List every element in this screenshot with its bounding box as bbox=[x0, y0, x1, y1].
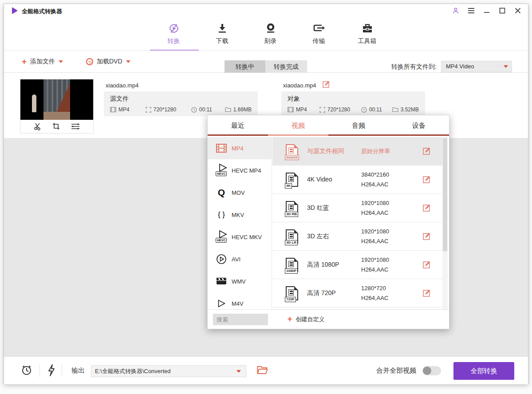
person-figure bbox=[32, 95, 36, 112]
tab-burn-label: 刻录 bbox=[246, 37, 295, 45]
popup-tab-recent[interactable]: 最近 bbox=[208, 115, 268, 134]
edit-icon[interactable] bbox=[423, 147, 431, 155]
merge-videos-label: 合并全部视频 bbox=[376, 366, 416, 375]
resize-icon bbox=[319, 107, 325, 113]
effects-icon[interactable] bbox=[71, 123, 80, 130]
main-nav: 转换 下载 刻录 bbox=[4, 19, 528, 51]
close-icon[interactable] bbox=[514, 7, 522, 15]
format-item-hevc-mkv[interactable]: HEVC HEVC MKV bbox=[208, 226, 272, 248]
source-title: 源文件 bbox=[110, 95, 252, 103]
popup-tab-bar: 最近 视频 音频 设备 bbox=[208, 115, 449, 136]
tab-download[interactable]: 下载 bbox=[198, 22, 246, 45]
edit-icon[interactable] bbox=[423, 289, 431, 297]
popup-scrollbar[interactable] bbox=[442, 137, 448, 310]
format-item-avi[interactable]: AVI bbox=[208, 248, 272, 270]
source-duration: 00:11 bbox=[191, 106, 225, 113]
convert-all-button[interactable]: 全部转换 bbox=[453, 362, 514, 380]
finished-tab[interactable]: 转换完成 bbox=[265, 60, 307, 73]
title-bar: 全能格式转换器 bbox=[4, 4, 528, 19]
minimize-icon[interactable] bbox=[483, 7, 491, 15]
edit-icon[interactable] bbox=[423, 232, 431, 240]
add-files-button[interactable]: + 添加文件 bbox=[22, 51, 63, 73]
convert-all-to-label: 转换所有文件到: bbox=[391, 63, 437, 71]
target-resolution: 720*1280 bbox=[319, 106, 361, 113]
edit-icon[interactable] bbox=[423, 175, 431, 183]
output-format-select[interactable]: MP4 Video bbox=[441, 61, 512, 72]
open-folder-icon[interactable] bbox=[257, 366, 268, 374]
format-item-mp4[interactable]: MP4 bbox=[208, 137, 272, 159]
app-title: 全能格式转换器 bbox=[22, 8, 62, 16]
target-file-name: xiaodao.mp4 bbox=[283, 82, 316, 89]
preset-list: source 与源文件相同 原始分辨率 4K 4K Video 3840*216… bbox=[272, 137, 442, 310]
chevron-down-icon[interactable] bbox=[236, 370, 241, 373]
video-thumbnail bbox=[20, 79, 94, 134]
target-format: MP4 bbox=[288, 106, 319, 113]
divider bbox=[62, 364, 62, 377]
resize-icon bbox=[146, 107, 151, 113]
toolbox-icon bbox=[343, 22, 391, 35]
play-circle-icon bbox=[215, 254, 228, 264]
create-custom-button[interactable]: + 创建自定义 bbox=[288, 315, 325, 324]
edit-icon[interactable] bbox=[423, 204, 431, 212]
account-icon[interactable] bbox=[452, 7, 460, 15]
format-item-mkv[interactable]: { } MKV bbox=[208, 204, 272, 226]
clock-icon bbox=[361, 107, 367, 113]
hevc-play-icon: HEVC bbox=[215, 165, 228, 176]
film-icon bbox=[110, 107, 116, 112]
hispeed-icon[interactable] bbox=[47, 364, 55, 376]
tab-toolbox-label: 工具箱 bbox=[343, 37, 391, 45]
tab-download-label: 下载 bbox=[198, 37, 246, 45]
popup-footer: + 创建自定义 bbox=[208, 309, 449, 329]
toolbar: + 添加文件 加载DVD 转换中 转换完成 转换所有文件到: MP4 Video bbox=[4, 51, 528, 73]
clapperboard-icon bbox=[215, 278, 228, 285]
tab-transfer-label: 传输 bbox=[295, 37, 343, 45]
edit-icon[interactable] bbox=[423, 260, 431, 268]
tab-burn[interactable]: 刻录 bbox=[246, 22, 295, 45]
search-input[interactable] bbox=[213, 314, 268, 325]
format-item-wmv[interactable]: WMV bbox=[208, 270, 272, 292]
preset-row-3d-rb[interactable]: 3D RB 3D 红蓝 1920*1080 H264,AAC bbox=[272, 194, 442, 222]
format-item-hevc-mp4[interactable]: HEVC HEVC MP4 bbox=[208, 159, 272, 181]
tab-convert[interactable]: 转换 bbox=[150, 22, 198, 45]
app-window: 全能格式转换器 bbox=[4, 4, 528, 384]
filmstrip-icon bbox=[215, 144, 228, 153]
preset-row-720p[interactable]: 720P 高清 720P 1280*720 H264,AAC bbox=[272, 279, 442, 307]
menu-icon[interactable] bbox=[467, 7, 475, 15]
load-dvd-button[interactable]: 加载DVD bbox=[86, 51, 130, 73]
output-path-input[interactable] bbox=[91, 365, 246, 377]
download-icon bbox=[198, 22, 246, 35]
target-title: 对象 bbox=[288, 95, 419, 103]
rename-edit-icon[interactable] bbox=[323, 80, 330, 88]
bottom-bar: 输出 合并全部视频 全部转换 bbox=[4, 356, 528, 384]
popup-tab-audio[interactable]: 音频 bbox=[328, 115, 389, 134]
preset-row-1080p[interactable]: 1080P 高清 1080P 1920*1080 H264,AAC bbox=[272, 251, 442, 279]
converting-tab[interactable]: 转换中 bbox=[225, 60, 265, 73]
format-item-mov[interactable]: Q MOV bbox=[208, 181, 272, 204]
divider bbox=[39, 364, 40, 377]
format-item-m4v[interactable]: M4V bbox=[208, 292, 272, 310]
target-size: 3.52MB bbox=[392, 106, 419, 113]
convert-icon bbox=[150, 22, 198, 35]
schedule-icon[interactable] bbox=[21, 364, 32, 376]
add-files-label: 添加文件 bbox=[30, 58, 55, 66]
transfer-icon bbox=[295, 22, 343, 35]
load-dvd-label: 加载DVD bbox=[97, 58, 122, 66]
app-logo-icon bbox=[12, 7, 18, 14]
tab-transfer[interactable]: 传输 bbox=[295, 22, 343, 45]
plus-icon: + bbox=[22, 57, 27, 67]
output-format-value: MP4 Video bbox=[446, 63, 474, 70]
trim-icon[interactable] bbox=[34, 122, 42, 130]
popup-tab-video[interactable]: 视频 bbox=[268, 115, 328, 134]
source-info-box: 源文件 MP4 720*1280 00:11 1.69MB bbox=[104, 91, 258, 116]
merge-videos-toggle[interactable] bbox=[422, 366, 441, 375]
thumbnail-toolbar bbox=[20, 120, 93, 133]
scrollbar-thumb[interactable] bbox=[443, 138, 447, 251]
preset-row-source[interactable]: source 与源文件相同 原始分辨率 bbox=[272, 137, 442, 165]
maximize-icon[interactable] bbox=[498, 7, 506, 15]
crop-icon[interactable] bbox=[52, 122, 60, 130]
popup-tab-device[interactable]: 设备 bbox=[389, 115, 449, 134]
chevron-down-icon bbox=[126, 60, 130, 63]
tab-toolbox[interactable]: 工具箱 bbox=[343, 22, 391, 45]
preset-row-4k[interactable]: 4K 4K Video 3840*2160 H264,AAC bbox=[272, 165, 442, 194]
preset-row-3d-lr[interactable]: 3D LR 3D 左右 1920*1080 H264,AAC bbox=[272, 222, 442, 251]
